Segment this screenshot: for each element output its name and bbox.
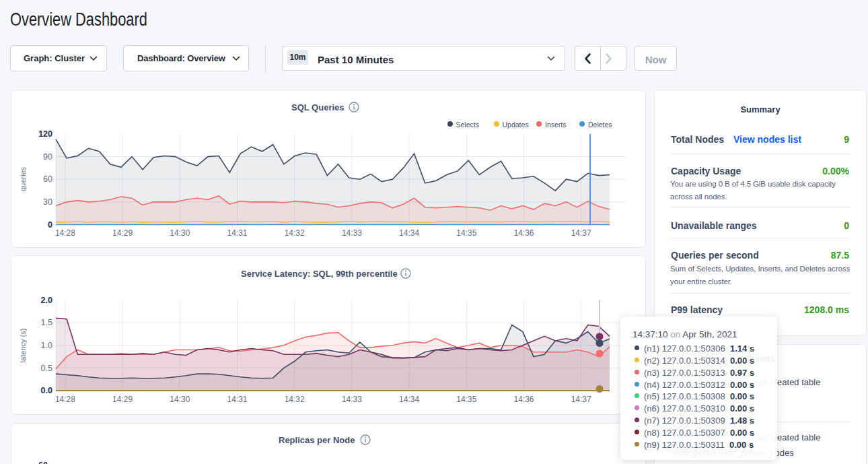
svg-text:14:36: 14:36	[513, 395, 534, 404]
svg-text:120: 120	[38, 129, 52, 139]
svg-text:1.5: 1.5	[41, 318, 52, 327]
svg-text:14:28: 14:28	[55, 395, 75, 404]
svg-text:14:32: 14:32	[285, 395, 305, 404]
svg-text:60: 60	[43, 174, 52, 184]
svg-text:14:37: 14:37	[571, 228, 591, 238]
svg-text:0.0: 0.0	[41, 386, 52, 395]
svg-text:14:35: 14:35	[456, 228, 476, 238]
svg-text:30: 30	[43, 197, 52, 207]
svg-text:latency (s): latency (s)	[19, 329, 27, 363]
svg-text:14:35: 14:35	[456, 395, 476, 404]
svg-text:14:36: 14:36	[513, 228, 534, 238]
svg-text:14:34: 14:34	[399, 395, 419, 404]
svg-text:14:33: 14:33	[342, 228, 362, 238]
svg-text:0.5: 0.5	[41, 364, 52, 373]
svg-text:0: 0	[48, 220, 52, 230]
svg-text:14:30: 14:30	[170, 228, 190, 238]
svg-text:14:28: 14:28	[55, 228, 75, 238]
svg-text:1.0: 1.0	[41, 341, 52, 350]
svg-text:14:34: 14:34	[399, 228, 419, 238]
svg-text:14:30: 14:30	[170, 395, 190, 404]
svg-text:queries: queries	[19, 166, 27, 191]
svg-text:14:31: 14:31	[227, 395, 247, 404]
svg-text:2.0: 2.0	[41, 296, 52, 305]
svg-text:14:29: 14:29	[112, 228, 133, 238]
svg-text:14:32: 14:32	[285, 228, 305, 238]
svg-text:14:37: 14:37	[571, 395, 591, 404]
svg-text:14:29: 14:29	[112, 395, 133, 404]
svg-text:14:33: 14:33	[342, 395, 362, 404]
svg-text:90: 90	[43, 152, 52, 162]
svg-text:14:31: 14:31	[227, 228, 247, 238]
